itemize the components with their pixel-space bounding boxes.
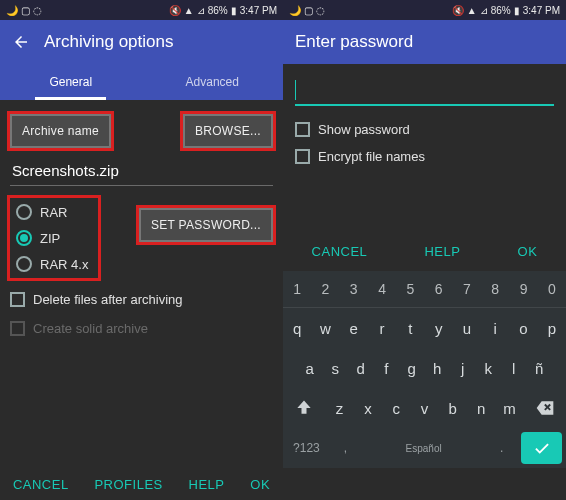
key-2[interactable]: 2 <box>311 271 339 307</box>
radio-icon <box>16 256 32 272</box>
key-g[interactable]: g <box>399 348 425 388</box>
key-j[interactable]: j <box>450 348 476 388</box>
battery-icon: ▮ <box>231 5 237 16</box>
wifi-icon: ▲ <box>184 5 194 16</box>
bottom-actions: CANCEL PROFILES HELP OK <box>0 477 283 492</box>
check-show-password[interactable]: Show password <box>295 122 554 137</box>
key-8[interactable]: 8 <box>481 271 509 307</box>
key-enter[interactable] <box>521 432 562 464</box>
key-n[interactable]: n <box>467 388 495 428</box>
filename-field[interactable]: Screenshots.zip <box>10 158 273 186</box>
check-encrypt-names[interactable]: Encrypt file names <box>295 149 554 164</box>
key-9[interactable]: 9 <box>509 271 537 307</box>
key-comma[interactable]: , <box>330 428 361 468</box>
password-input[interactable] <box>295 76 554 106</box>
key-l[interactable]: l <box>501 348 527 388</box>
back-icon[interactable] <box>12 33 30 51</box>
key-o[interactable]: o <box>509 308 537 348</box>
key-d[interactable]: d <box>348 348 374 388</box>
profiles-button[interactable]: PROFILES <box>94 477 162 492</box>
key-ñ[interactable]: ñ <box>527 348 553 388</box>
ok-button[interactable]: OK <box>250 477 270 492</box>
key-r[interactable]: r <box>368 308 396 348</box>
key-k[interactable]: k <box>476 348 502 388</box>
key-7[interactable]: 7 <box>453 271 481 307</box>
battery-text: 86% <box>208 5 228 16</box>
check-delete-after[interactable]: Delete files after archiving <box>10 292 273 307</box>
key-c[interactable]: c <box>382 388 410 428</box>
key-1[interactable]: 1 <box>283 271 311 307</box>
check-solid-archive: Create solid archive <box>10 321 273 336</box>
key-p[interactable]: p <box>538 308 566 348</box>
key-6[interactable]: 6 <box>424 271 452 307</box>
key-x[interactable]: x <box>354 388 382 428</box>
tab-advanced[interactable]: Advanced <box>142 64 284 100</box>
page-title: Enter password <box>295 32 413 52</box>
checkbox-icon <box>295 122 310 137</box>
flame-icon: ◌ <box>33 5 42 16</box>
key-w[interactable]: w <box>311 308 339 348</box>
key-4[interactable]: 4 <box>368 271 396 307</box>
text-cursor <box>295 80 296 100</box>
status-bar: 🌙 ▢ ◌ 🔇 ▲ ⊿ 86% ▮ 3:47 PM <box>0 0 283 20</box>
chat-icon: ▢ <box>304 5 313 16</box>
key-0[interactable]: 0 <box>538 271 566 307</box>
keyboard-number-row: 1234567890 <box>283 271 566 308</box>
wifi-icon: ▲ <box>467 5 477 16</box>
key-z[interactable]: z <box>325 388 353 428</box>
set-password-button[interactable]: SET PASSWORD... <box>139 208 273 242</box>
browse-button[interactable]: BROWSE... <box>183 114 273 148</box>
mute-icon: 🔇 <box>452 5 464 16</box>
key-e[interactable]: e <box>340 308 368 348</box>
key-backspace[interactable] <box>524 388 566 428</box>
key-h[interactable]: h <box>425 348 451 388</box>
moon-icon: 🌙 <box>6 5 18 16</box>
radio-rar4x[interactable]: RAR 4.x <box>16 256 88 272</box>
help-button[interactable]: HELP <box>189 477 225 492</box>
keyboard-row-3: zxcvbnm <box>283 388 566 428</box>
tabs: General Advanced <box>0 64 283 100</box>
dialog-actions: CANCEL HELP OK <box>283 232 566 271</box>
checkbox-icon <box>10 292 25 307</box>
cancel-button[interactable]: CANCEL <box>312 244 368 259</box>
radio-rar[interactable]: RAR <box>16 204 88 220</box>
key-period[interactable]: . <box>486 428 517 468</box>
chat-icon: ▢ <box>21 5 30 16</box>
tab-general[interactable]: General <box>0 64 142 100</box>
key-shift[interactable] <box>283 388 325 428</box>
mute-icon: 🔇 <box>169 5 181 16</box>
radio-icon <box>16 204 32 220</box>
key-t[interactable]: t <box>396 308 424 348</box>
key-f[interactable]: f <box>374 348 400 388</box>
phone-right: 🌙 ▢ ◌ 🔇 ▲ ⊿ 86% ▮ 3:47 PM Enter password… <box>283 0 566 500</box>
key-m[interactable]: m <box>495 388 523 428</box>
key-q[interactable]: q <box>283 308 311 348</box>
key-v[interactable]: v <box>410 388 438 428</box>
key-u[interactable]: u <box>453 308 481 348</box>
checkbox-icon <box>295 149 310 164</box>
key-3[interactable]: 3 <box>340 271 368 307</box>
clock-text: 3:47 PM <box>523 5 560 16</box>
key-5[interactable]: 5 <box>396 271 424 307</box>
page-title: Archiving options <box>44 32 173 52</box>
clock-text: 3:47 PM <box>240 5 277 16</box>
cancel-button[interactable]: CANCEL <box>13 477 69 492</box>
key-y[interactable]: y <box>424 308 452 348</box>
key-symbols[interactable]: ?123 <box>283 428 330 468</box>
key-b[interactable]: b <box>439 388 467 428</box>
key-space[interactable]: Español <box>361 428 486 468</box>
radio-zip[interactable]: ZIP <box>16 230 88 246</box>
key-a[interactable]: a <box>297 348 323 388</box>
help-button[interactable]: HELP <box>424 244 460 259</box>
flame-icon: ◌ <box>316 5 325 16</box>
content-left: Archive name BROWSE... Screenshots.zip R… <box>0 100 283 500</box>
key-i[interactable]: i <box>481 308 509 348</box>
status-bar: 🌙 ▢ ◌ 🔇 ▲ ⊿ 86% ▮ 3:47 PM <box>283 0 566 20</box>
key-s[interactable]: s <box>323 348 349 388</box>
ok-button[interactable]: OK <box>518 244 538 259</box>
app-bar: Enter password <box>283 20 566 64</box>
keyboard-row-2: asdfghjklñ <box>283 348 566 388</box>
moon-icon: 🌙 <box>289 5 301 16</box>
signal-icon: ⊿ <box>197 5 205 16</box>
checkbox-icon <box>10 321 25 336</box>
